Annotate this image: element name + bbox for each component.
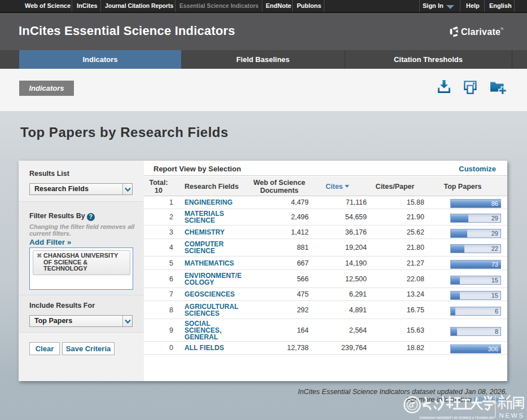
svg-text:CHANGSHA UNIVERSITY OF SCIENCE: CHANGSHA UNIVERSITY OF SCIENCE & TECHNOL… [419,417,495,419]
svg-text:Clarivate: Clarivate [461,27,500,37]
svg-text:TM: TM [500,28,503,30]
svg-text:NEWS: NEWS [499,412,525,419]
